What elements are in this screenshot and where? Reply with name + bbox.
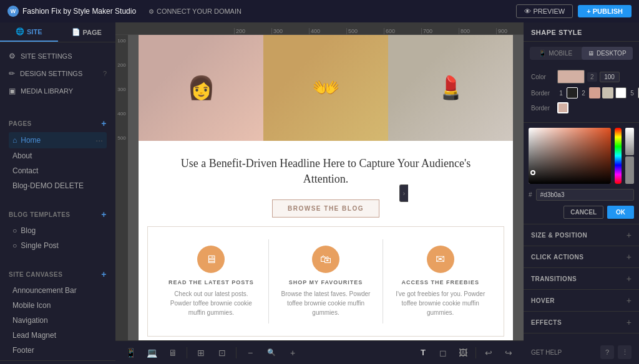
publish-button[interactable]: + PUBLISH: [578, 5, 632, 17]
sidebar-tabs: 🌐 SITE 📄 PAGE: [0, 22, 115, 42]
canvas-area[interactable]: 200 300 400 500 600 700 800 900 1000 110…: [115, 22, 524, 364]
lightness-bar[interactable]: [625, 128, 634, 155]
hex-input[interactable]: [536, 189, 634, 201]
ruler-mark: 400: [309, 28, 346, 34]
blog-templates-header: BLOG TEMPLATES +: [9, 209, 107, 219]
page-image-1: 👩: [139, 35, 263, 141]
right-panel-header: SHAPE STYLE: [524, 22, 639, 42]
layout-button-2[interactable]: ⊡: [213, 344, 231, 362]
accordion-size-position: SIZE & POSITION +: [524, 224, 639, 246]
main-layout: 🌐 SITE 📄 PAGE ⚙ SITE SETTINGS ✏ DESIGN S…: [0, 22, 639, 364]
tab-page[interactable]: 📄 PAGE: [58, 22, 116, 42]
sidebar-item-footer[interactable]: Footer: [9, 343, 107, 358]
feature-icon-1: 🖥: [197, 246, 225, 273]
shape-tool-button[interactable]: ◻: [434, 344, 452, 362]
sidebar-item-media-library[interactable]: ▣ MEDIA LIBRARY: [0, 82, 115, 100]
panel-toggle-button[interactable]: ›: [399, 184, 408, 202]
sidebar-item-home[interactable]: ⌂ Home ···: [9, 132, 107, 148]
blog-templates-section: BLOG TEMPLATES + ○ Blog ○ Single Post: [0, 203, 115, 256]
add-canvas-button[interactable]: +: [101, 269, 107, 279]
color-section: Color 2 Border 1 2 5 6: [524, 65, 639, 123]
left-sidebar: 🌐 SITE 📄 PAGE ⚙ SITE SETTINGS ✏ DESIGN S…: [0, 22, 115, 364]
sidebar-item-single-post[interactable]: ○ Single Post: [9, 238, 107, 253]
image-tool-button[interactable]: 🖼: [454, 344, 472, 362]
sidebar-item-mobile-icon[interactable]: Mobile Icon: [9, 298, 107, 313]
opacity-input[interactable]: [600, 72, 620, 82]
feature-col-1: 🖥 READ THE LATEST POSTS Check out our la…: [154, 239, 269, 323]
preview-button[interactable]: 👁 PREVIEW: [516, 4, 573, 18]
blog-icon: ○: [12, 226, 17, 235]
domain-icon: ⚙: [149, 8, 154, 15]
globe-icon: 🌐: [16, 27, 24, 36]
sidebar-item-contact[interactable]: Contact: [9, 163, 107, 178]
help-dots-button[interactable]: ⋮: [618, 345, 632, 359]
redo-button[interactable]: ↪: [500, 344, 517, 362]
hover-title: HOVER: [531, 297, 555, 304]
text-tool-button[interactable]: T: [414, 344, 432, 362]
add-template-button[interactable]: +: [101, 209, 107, 219]
ruler-mark: 300: [271, 28, 309, 34]
hover-header[interactable]: HOVER +: [524, 290, 639, 311]
size-position-header[interactable]: SIZE & POSITION +: [524, 224, 639, 246]
cancel-button[interactable]: CANCEL: [563, 206, 603, 219]
border-swatch-3[interactable]: [602, 87, 613, 98]
tab-mobile[interactable]: 📱 MOBILE: [530, 47, 582, 60]
help-question-button[interactable]: ?: [600, 345, 614, 359]
ok-button[interactable]: OK: [607, 206, 634, 219]
zoom-icon: 🔍: [263, 344, 280, 362]
connect-domain-button[interactable]: ⚙ CONNECT YOUR DOMAIN: [149, 7, 241, 15]
add-page-button[interactable]: +: [101, 118, 107, 128]
sidebar-item-navigation[interactable]: Navigation: [9, 313, 107, 328]
hex-row: #: [529, 189, 634, 201]
user-profile[interactable]: TB Tessa Broadbent: [0, 360, 115, 364]
ruler-mark: 500: [346, 28, 384, 34]
layout-button-1[interactable]: ⊞: [192, 344, 210, 362]
more-options-icon[interactable]: ···: [95, 135, 103, 145]
feature-desc-1: Check out our latest posts. Powder toffe…: [163, 289, 260, 317]
accordion-hover: HOVER +: [524, 290, 639, 312]
hue-bar-vertical[interactable]: [615, 128, 622, 184]
zoom-out-button[interactable]: −: [241, 344, 259, 362]
border-active-swatch[interactable]: [557, 102, 568, 113]
bottom-toolbar: 📱 💻 🖥 ⊞ ⊡ − 🔍 + T ◻ 🖼 ↩ ↪: [115, 340, 524, 364]
help-icons: ? ⋮: [600, 345, 632, 359]
border-swatch-1[interactable]: [567, 87, 578, 98]
effects-header[interactable]: EFFECTS +: [524, 312, 639, 333]
size-position-title: SIZE & POSITION: [531, 232, 587, 239]
mobile-view-button[interactable]: 📱: [122, 344, 139, 362]
zoom-in-button[interactable]: +: [284, 344, 301, 362]
sidebar-item-site-settings[interactable]: ⚙ SITE SETTINGS: [0, 47, 115, 65]
cta-button[interactable]: BROWSE THE BLOG: [272, 199, 379, 218]
canvas-inner[interactable]: 100 200 300 400 500 👩 👐 💄 Use a Ben: [115, 35, 524, 340]
tab-desktop[interactable]: 🖥 DESKTOP: [582, 47, 633, 60]
feature-desc-2: Browse the latest faves. Powder toffee b…: [278, 289, 374, 317]
post-icon: ○: [12, 241, 17, 250]
color-cursor: [530, 170, 535, 175]
sidebar-item-blog-demo[interactable]: Blog-DEMO DELETE: [9, 178, 107, 193]
desktop-view-button[interactable]: 🖥: [164, 344, 182, 362]
tab-site[interactable]: 🌐 SITE: [0, 22, 58, 42]
border-swatch-4[interactable]: [615, 87, 627, 98]
border-row-1: Border 1 2 5 6: [531, 87, 632, 98]
tablet-view-button[interactable]: 💻: [143, 344, 160, 362]
undo-button[interactable]: ↩: [480, 344, 497, 362]
help-icon: ?: [103, 70, 107, 77]
toolbar-separator-2: [236, 347, 237, 358]
color-swatch[interactable]: [557, 70, 585, 84]
page-images: 👩 👐 💄: [139, 35, 513, 141]
border-swatch-2[interactable]: [589, 87, 600, 98]
grey-swatch[interactable]: [625, 156, 634, 184]
color-number: 2: [587, 72, 597, 82]
device-tabs: 📱 MOBILE 🖥 DESKTOP: [530, 47, 633, 60]
sidebar-item-design-settings[interactable]: ✏ DESIGN SETTINGS ?: [0, 65, 115, 82]
sidebar-item-announcement-bar[interactable]: Announcement Bar: [9, 283, 107, 298]
click-actions-header[interactable]: CLICK ACTIONS +: [524, 246, 639, 267]
accordion-transitions: TRANSITIONS +: [524, 268, 639, 290]
feature-title-3: ACCESS THE FREEBIES: [392, 279, 489, 285]
transitions-title: TRANSITIONS: [531, 275, 577, 282]
sidebar-item-blog[interactable]: ○ Blog: [9, 223, 107, 238]
color-gradient-picker[interactable]: [529, 128, 611, 184]
sidebar-item-lead-magnet[interactable]: Lead Magnet: [9, 328, 107, 343]
sidebar-item-about[interactable]: About: [9, 148, 107, 163]
transitions-header[interactable]: TRANSITIONS +: [524, 268, 639, 289]
